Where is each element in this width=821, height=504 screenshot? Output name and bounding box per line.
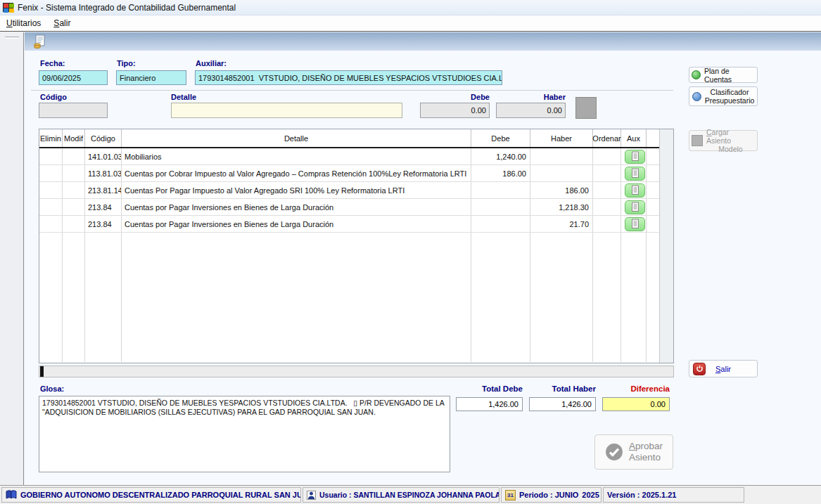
auxiliar-field[interactable]: 1793014852001 VTSTUDIO, DISEÑO DE MUEBLE… (195, 70, 502, 85)
green-sphere-icon (692, 70, 701, 79)
table-header-row: Elimin Modif Código Detalle Debe Haber O… (39, 129, 673, 148)
cell-modif[interactable] (63, 148, 85, 164)
total-haber-field: 1,426.00 (529, 397, 596, 411)
menu-salir[interactable]: Salir (47, 16, 77, 30)
cell-debe (471, 182, 530, 198)
header-debe[interactable]: Debe (471, 129, 530, 147)
cell-ordenar[interactable] (593, 165, 621, 181)
cell-elimin[interactable] (39, 165, 63, 181)
fecha-label: Fecha: (40, 59, 65, 67)
salir-label: Salir (715, 365, 731, 373)
debe-input[interactable]: 0.00 (420, 103, 490, 118)
glosa-line1: 1793014852001 VTSTUDIO, DISEÑO DE MUEBLE… (42, 399, 445, 407)
aux-document-button[interactable] (625, 150, 645, 164)
header-detalle[interactable]: Detalle (122, 129, 471, 147)
status-entity: GOBIERNO AUTONOMO DESCENTRALIZADO PARROQ… (1, 487, 301, 503)
aux-document-button[interactable] (625, 200, 645, 214)
status-usuario: Usuario : SANTILLAN ESPINOZA JOHANNA PAO… (303, 487, 499, 503)
aprobar-asiento-button[interactable]: Aprobar Asiento (594, 434, 673, 470)
cargar-label-line2: Modelo (718, 145, 742, 153)
title-bar: Fenix - Sistema Integrado de Contabilida… (0, 0, 821, 15)
header-modif[interactable]: Modif (63, 129, 85, 147)
blue-sphere-icon (692, 92, 701, 101)
horizontal-scrollbar[interactable] (39, 366, 674, 377)
aux-document-button[interactable] (625, 183, 645, 198)
cell-codigo: 141.01.03 (85, 148, 122, 164)
detalle-input[interactable] (171, 103, 402, 118)
glosa-textarea[interactable]: 1793014852001 VTSTUDIO, DISEÑO DE MUEBLE… (39, 396, 450, 472)
header-filler (647, 129, 660, 147)
cell-ordenar[interactable] (593, 182, 621, 198)
fecha-field[interactable]: 09/06/2025 (39, 70, 108, 85)
cell-elimin[interactable] (39, 148, 63, 164)
cargar-label-line1: Cargar Asiento (706, 128, 755, 145)
cell-filler (647, 182, 660, 198)
calendar-icon: 31 (505, 490, 516, 500)
codigo-label: Código (40, 93, 67, 101)
haber-input[interactable]: 0.00 (496, 103, 566, 118)
gray-square-icon (692, 135, 703, 146)
header-codigo[interactable]: Código (85, 129, 122, 147)
table-row[interactable]: 113.81.03 Cuentas por Cobrar Impuesto al… (39, 165, 673, 182)
tipo-label: Tipo: (117, 59, 136, 67)
clasificador-presupuestario-button[interactable]: Clasificador Presupuestario (689, 86, 758, 106)
cell-detalle: Cuentas por Cobrar Impuesto al Valor Agr… (122, 165, 471, 181)
cell-elimin[interactable] (39, 216, 63, 232)
aux-document-button[interactable] (625, 167, 645, 181)
cargar-asiento-modelo-button[interactable]: Cargar Asiento Modelo (689, 130, 758, 151)
cell-detalle: Mobiliarios (122, 148, 471, 164)
header-aux[interactable]: Aux (621, 129, 647, 147)
aprobar-label-line2: Asiento (629, 452, 661, 463)
cell-elimin[interactable] (39, 182, 63, 198)
status-usuario-text: Usuario : SANTILLAN ESPINOZA JOHANNA PAO… (319, 491, 499, 499)
cell-codigo: 213.81.14 (85, 182, 122, 198)
status-periodo-text: Periodo : JUNIO (519, 491, 578, 499)
cell-elimin[interactable] (39, 199, 63, 215)
salir-button[interactable]: Salir (689, 360, 758, 377)
codigo-input[interactable] (39, 103, 108, 118)
header-elimin[interactable]: Elimin (39, 129, 63, 147)
cell-modif[interactable] (63, 199, 85, 215)
aprobar-label-line1: Aprobar (629, 441, 663, 452)
table-row[interactable]: 213.81.14 Cuentas Por Pagar Impuesto al … (39, 182, 673, 199)
table-empty-area (39, 233, 673, 362)
status-periodo-year: 2025 (582, 491, 599, 499)
splitter-handle[interactable] (5, 37, 19, 39)
aux-document-button[interactable] (625, 217, 645, 231)
app-window: Fenix - Sistema Integrado de Contabilida… (0, 0, 821, 504)
vertical-scrollbar[interactable] (659, 129, 673, 363)
cell-ordenar[interactable] (593, 216, 621, 232)
table-row[interactable]: 213.84 Cuentas por Pagar Inversiones en … (39, 216, 673, 233)
cell-modif[interactable] (63, 182, 85, 198)
report-document-icon[interactable] (33, 34, 47, 49)
cell-codigo: 113.81.03 (85, 165, 122, 181)
menu-utilitarios[interactable]: Utilitarios (0, 16, 47, 30)
plan-de-cuentas-label: Plan de Cuentas (704, 67, 755, 84)
app-icon (3, 3, 13, 12)
cell-ordenar[interactable] (593, 148, 621, 164)
cell-modif[interactable] (63, 216, 85, 232)
cell-haber (530, 165, 593, 181)
calendar-icon-label: 31 (507, 492, 514, 498)
cell-modif[interactable] (63, 165, 85, 181)
table-row[interactable]: 213.84 Cuentas por Pagar Inversiones en … (39, 199, 673, 216)
header-haber[interactable]: Haber (530, 129, 593, 147)
left-panel[interactable] (0, 32, 24, 485)
menu-bar: Utilitarios Salir (0, 15, 821, 32)
cell-ordenar[interactable] (593, 199, 621, 215)
cell-codigo: 213.84 (85, 216, 122, 232)
scrollbar-thumb[interactable] (40, 366, 44, 377)
cell-filler (647, 148, 660, 164)
add-entry-button[interactable] (575, 97, 597, 119)
cell-filler (647, 216, 660, 232)
status-periodo: 31 Periodo : JUNIO 2025 (501, 487, 602, 503)
header-ordenar[interactable]: Ordenar (593, 129, 621, 147)
status-version-text: Versión : 2025.1.21 (607, 491, 676, 499)
glosa-line2: "ADQUISICION DE MOBILIARIOS (SILLAS EJEC… (42, 408, 376, 416)
table-row[interactable]: 141.01.03 Mobiliarios 1,240.00 (39, 148, 673, 165)
cell-detalle: Cuentas por Pagar Inversiones en Bienes … (122, 216, 471, 232)
tipo-field[interactable]: Financiero (116, 70, 186, 85)
haber-label: Haber (496, 93, 566, 101)
plan-de-cuentas-button[interactable]: Plan de Cuentas (689, 67, 758, 83)
book-icon (6, 490, 17, 500)
